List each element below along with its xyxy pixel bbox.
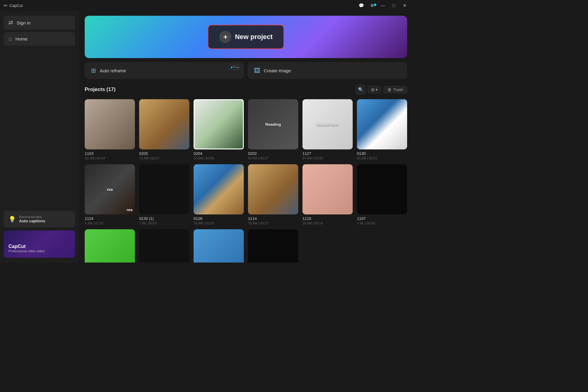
project-thumb-overlay-text: rea xyxy=(107,187,113,192)
hero-banner: ＋ New project xyxy=(85,16,407,58)
project-name: 1103 xyxy=(85,151,135,156)
project-thumbnail xyxy=(139,99,189,149)
trash-button[interactable]: 🗑 Trash xyxy=(384,86,407,93)
chat-icon-wrap: 💬 xyxy=(356,1,366,10)
projects-grid: 110312.1M | 00:34020575.4M | 00:27020410… xyxy=(85,99,407,263)
project-item[interactable]: 110312.1M | 00:34 xyxy=(85,99,135,160)
project-thumbnail xyxy=(302,164,353,214)
project-meta: 54.2M | 00:22 xyxy=(357,156,407,160)
project-meta: 76.4M | 01:03 xyxy=(194,221,244,225)
project-thumbnail xyxy=(85,229,135,263)
project-meta: 6.3M | 01:03 xyxy=(85,221,135,225)
project-item[interactable]: 111539.0M | 00:14 xyxy=(302,164,353,225)
project-item[interactable]: Default text112757.6M | 01:00 xyxy=(302,99,353,160)
project-thumbnail xyxy=(85,99,135,149)
project-thumbnail xyxy=(194,164,244,214)
projects-controls: 🔍 ⊞ ▾ 🗑 Trash xyxy=(356,85,407,94)
project-thumbnail: Default text xyxy=(302,99,353,149)
projects-header: Projects (17) 🔍 ⊞ ▾ 🗑 Trash xyxy=(85,85,407,94)
project-name: 0204 xyxy=(194,151,244,156)
auto-reframe-icon: ⊞ xyxy=(91,67,96,74)
plus-icon: ＋ xyxy=(219,31,231,43)
settings-icon-wrap: ⚙ xyxy=(367,1,377,10)
project-thumbnail: rearea xyxy=(85,164,135,214)
project-name: 1107 xyxy=(357,216,407,221)
minimize-button[interactable]: — xyxy=(378,1,388,10)
create-image-button[interactable]: 🖼 Create image xyxy=(248,62,407,79)
project-thumbnail xyxy=(194,99,244,149)
project-meta: 39.0M | 00:14 xyxy=(302,221,353,225)
project-meta: 12.1M | 00:34 xyxy=(85,156,135,160)
signin-icon: ⇄ xyxy=(8,19,13,26)
project-item[interactable]: 111475.4M | 00:27 xyxy=(248,164,298,225)
recommended-text: Recommended Auto captions xyxy=(19,215,45,223)
sidebar-bottom: 💡 Recommended Auto captions CapCut Profe… xyxy=(4,211,75,258)
project-thumbnail xyxy=(248,229,298,263)
create-image-icon: 🖼 xyxy=(254,67,260,74)
auto-reframe-button[interactable]: ⊞ Auto reframe Free xyxy=(85,62,244,79)
close-button[interactable]: ✕ xyxy=(400,1,410,10)
project-name: 0202 xyxy=(248,151,298,156)
project-meta: 7.4K | 00:00 xyxy=(357,221,407,225)
project-meta: 57.6M | 01:00 xyxy=(302,156,353,160)
capcut-logo-icon: ✂ xyxy=(4,3,8,8)
app-title: ✂ CapCut xyxy=(4,3,23,8)
project-name: 1115 xyxy=(302,216,353,221)
window-controls: 💬 ⚙ — □ ✕ xyxy=(356,1,410,10)
capcut-promo-card[interactable]: CapCut Professional video editor xyxy=(4,230,75,258)
recommended-auto-captions-card[interactable]: 💡 Recommended Auto captions xyxy=(4,211,75,227)
project-name: 1127 xyxy=(302,151,353,156)
chat-button[interactable]: 💬 xyxy=(356,1,366,10)
project-item[interactable] xyxy=(139,229,189,263)
project-item[interactable]: 020410.8M | 00:08 xyxy=(194,99,244,160)
project-item[interactable]: 013054.2M | 00:22 xyxy=(357,99,407,160)
new-project-button[interactable]: ＋ New project xyxy=(208,25,284,49)
project-name: 0130 (1) xyxy=(139,216,189,221)
project-thumb-overlay-text: Default text xyxy=(317,122,338,127)
project-name: 0205 xyxy=(139,151,189,156)
project-item[interactable]: rearea11246.3M | 01:03 xyxy=(85,164,135,225)
maximize-button[interactable]: □ xyxy=(389,1,399,10)
project-thumb-overlay-text: Reading xyxy=(265,122,281,127)
notification-dot xyxy=(374,4,376,6)
project-meta: 10.8M | 00:08 xyxy=(194,156,244,160)
project-name: 0126 xyxy=(194,216,244,221)
project-thumbnail xyxy=(248,164,298,214)
project-item[interactable] xyxy=(248,229,298,263)
project-thumbnail: Reading xyxy=(248,99,298,149)
project-item[interactable]: 012676.4M | 01:03 xyxy=(194,164,244,225)
project-item[interactable]: 020575.4M | 00:27 xyxy=(139,99,189,160)
signin-button[interactable]: ⇄ Sign in xyxy=(4,16,75,30)
grid-icon: ⊞ xyxy=(371,87,374,92)
free-badge-dot xyxy=(231,67,233,68)
search-button[interactable]: 🔍 xyxy=(356,85,365,94)
project-name: 1114 xyxy=(248,216,298,221)
project-item[interactable]: 11077.4K | 00:00 xyxy=(357,164,407,225)
project-thumbnail xyxy=(194,229,244,263)
project-meta: 75.4M | 00:27 xyxy=(248,221,298,225)
home-button[interactable]: ⌂ Home xyxy=(4,32,75,46)
project-thumbnail xyxy=(139,229,189,263)
sidebar: ⇄ Sign in ⌂ Home 💡 Recommended Auto capt… xyxy=(0,11,79,263)
projects-title: Projects (17) xyxy=(85,87,116,93)
bulb-icon: 💡 xyxy=(8,216,16,223)
free-badge: Free xyxy=(229,65,241,70)
project-meta: 53.5M | 00:27 xyxy=(248,156,298,160)
project-thumbnail xyxy=(357,164,407,214)
project-item[interactable]: Reading020253.5M | 00:27 xyxy=(248,99,298,160)
main-content: ＋ New project ⊞ Auto reframe Free 🖼 Crea… xyxy=(79,11,413,263)
project-item[interactable]: 0130 (1)7.4K | 00:00 xyxy=(139,164,189,225)
project-meta: 7.4K | 00:00 xyxy=(139,221,189,225)
project-thumbnail xyxy=(357,99,407,149)
quick-actions: ⊞ Auto reframe Free 🖼 Create image xyxy=(85,62,407,79)
trash-icon: 🗑 xyxy=(387,87,391,92)
view-toggle-button[interactable]: ⊞ ▾ xyxy=(368,86,381,93)
project-item[interactable] xyxy=(85,229,135,263)
title-bar: ✂ CapCut 💬 ⚙ — □ ✕ xyxy=(0,0,413,11)
project-thumbnail xyxy=(139,164,189,214)
app-body: ⇄ Sign in ⌂ Home 💡 Recommended Auto capt… xyxy=(0,11,413,263)
project-name: 1124 xyxy=(85,216,135,221)
home-icon: ⌂ xyxy=(8,36,12,42)
project-item[interactable] xyxy=(194,229,244,263)
project-thumb-overlay-text: rea xyxy=(126,207,132,212)
